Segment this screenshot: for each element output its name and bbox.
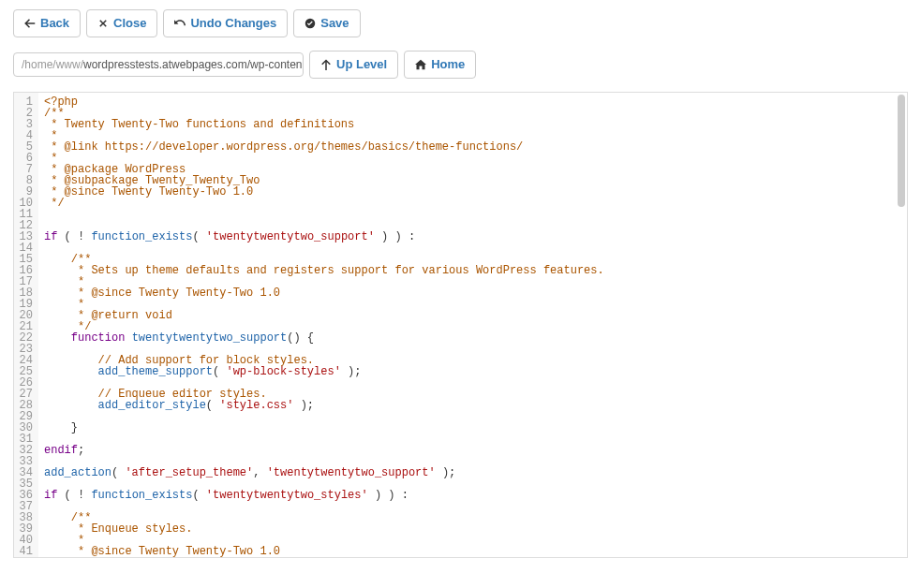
scrollbar[interactable] <box>898 95 905 207</box>
code-area[interactable]: <?php/** * Twenty Twenty-Two functions a… <box>38 93 907 557</box>
save-button[interactable]: Save <box>293 9 360 37</box>
undo-button[interactable]: Undo Changes <box>163 9 288 37</box>
check-circle-icon <box>305 18 316 29</box>
save-label: Save <box>320 15 349 32</box>
path-toolbar: /home/www/wordpresstests.atwebpages.com/… <box>13 51 908 79</box>
back-button[interactable]: Back <box>13 9 81 37</box>
up-level-button[interactable]: Up Level <box>309 51 398 79</box>
home-icon <box>415 59 426 70</box>
path-input[interactable]: /home/www/wordpresstests.atwebpages.com/… <box>13 52 304 77</box>
close-icon <box>97 18 109 29</box>
home-label: Home <box>431 56 465 73</box>
home-button[interactable]: Home <box>404 51 476 79</box>
path-prefix: /home/www/ <box>22 58 83 71</box>
path-main: wordpresstests.atwebpages.com/wp-conten <box>83 58 302 71</box>
code-editor[interactable]: 1234567891011121314151617181920212223242… <box>14 93 907 557</box>
editor: 1234567891011121314151617181920212223242… <box>13 92 908 558</box>
up-level-label: Up Level <box>336 56 387 73</box>
back-label: Back <box>40 15 69 32</box>
close-label: Close <box>113 15 146 32</box>
line-gutter: 1234567891011121314151617181920212223242… <box>14 93 38 557</box>
main-toolbar: Back Close Undo Changes Save <box>13 9 908 37</box>
arrow-up-icon <box>320 59 332 70</box>
undo-icon <box>174 18 186 29</box>
undo-label: Undo Changes <box>190 15 276 32</box>
close-button[interactable]: Close <box>86 9 157 37</box>
arrow-left-icon <box>24 18 36 29</box>
